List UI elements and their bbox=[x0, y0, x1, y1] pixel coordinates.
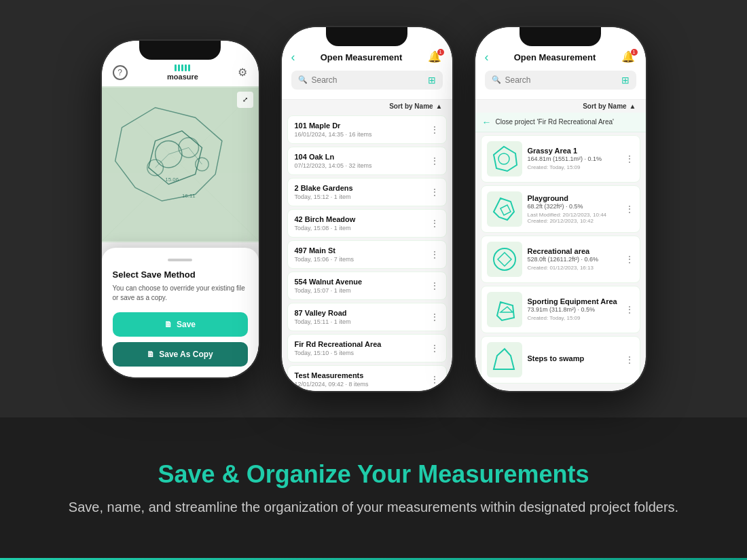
list-item-text: 101 Maple Dr 16/01/2024, 14:35 · 16 item… bbox=[295, 122, 372, 138]
project-item-thumb bbox=[487, 242, 522, 277]
project-item-measurement: 528.0ft (12611.2ft²) · 0.6% bbox=[528, 256, 619, 263]
phone-1: ? moasure ⚙ bbox=[101, 39, 260, 379]
map-svg: 15.06 16.11 bbox=[102, 86, 259, 242]
project-item-dots[interactable]: ⋮ bbox=[625, 204, 634, 214]
item-name: Fir Rd Recreational Area bbox=[295, 340, 382, 348]
phone-3-search-icon: 🔍 bbox=[492, 75, 501, 84]
list-item[interactable]: 42 Birch Meadow Today, 15:08 · 1 item ⋮ bbox=[287, 209, 447, 238]
project-item-date: Created: 01/12/2023, 16:13 bbox=[528, 265, 619, 271]
list-item-text: 87 Valley Road Today, 15:11 · 1 item bbox=[295, 309, 351, 325]
search-input[interactable] bbox=[312, 75, 424, 85]
phone-3-search-input[interactable] bbox=[505, 75, 617, 85]
list-item-text: 2 Blake Gardens Today, 15:12 · 1 item bbox=[295, 184, 353, 200]
expand-button[interactable]: ⤢ bbox=[237, 92, 253, 108]
list-item[interactable]: 2 Blake Gardens Today, 15:12 · 1 item ⋮ bbox=[287, 178, 447, 206]
gear-icon[interactable]: ⚙ bbox=[238, 66, 247, 79]
phone-3-sort-bar[interactable]: Sort by Name ▲ bbox=[475, 100, 646, 113]
project-item-dots[interactable]: ⋮ bbox=[625, 304, 634, 315]
item-dots[interactable]: ⋮ bbox=[430, 249, 439, 260]
item-dots[interactable]: ⋮ bbox=[430, 187, 439, 198]
item-dots[interactable]: ⋮ bbox=[430, 155, 439, 166]
phone-1-notch bbox=[139, 41, 221, 60]
grid-icon[interactable]: ⊞ bbox=[428, 75, 436, 86]
search-bar[interactable]: 🔍 ⊞ bbox=[291, 71, 443, 90]
project-list: Grassy Area 1 164.81m (1551.1m²) · 0.1% … bbox=[475, 132, 646, 391]
notification-badge[interactable]: 🔔 1 bbox=[428, 50, 443, 65]
project-item-thumb bbox=[487, 191, 522, 227]
list-item[interactable]: 104 Oak Ln 07/12/2023, 14:05 · 32 items … bbox=[287, 147, 447, 175]
brand-name: moasure bbox=[167, 73, 198, 81]
project-item-measurement: 73.91m (311.8m²) · 0.5% bbox=[528, 306, 619, 313]
item-name: Test Measurements bbox=[295, 371, 369, 379]
sort-label: Sort by Name bbox=[389, 102, 433, 110]
bottom-title: Save & Organize Your Measurements bbox=[158, 460, 589, 489]
item-dots[interactable]: ⋮ bbox=[430, 280, 439, 291]
project-item-dots[interactable]: ⋮ bbox=[625, 254, 634, 265]
item-dots[interactable]: ⋮ bbox=[430, 312, 439, 322]
item-dots[interactable]: ⋮ bbox=[430, 218, 439, 229]
list-item[interactable]: 87 Valley Road Today, 15:11 · 1 item ⋮ bbox=[287, 303, 447, 331]
item-meta: Today, 15:12 · 1 item bbox=[295, 193, 353, 200]
close-project-bar[interactable]: ← Close project 'Fir Rd Recreational Are… bbox=[475, 113, 646, 132]
list-item[interactable]: 101 Maple Dr 16/01/2024, 14:35 · 16 item… bbox=[287, 115, 447, 144]
item-name: 87 Valley Road bbox=[295, 309, 351, 317]
item-meta: Today, 15:06 · 7 items bbox=[295, 256, 354, 263]
item-name: 497 Main St bbox=[295, 246, 354, 255]
list-item[interactable]: Fir Rd Recreational Area Today, 15:10 · … bbox=[287, 334, 447, 362]
phone-3-back-button[interactable]: ‹ bbox=[485, 50, 489, 64]
project-item-date: Created: Today, 15:09 bbox=[528, 315, 619, 321]
save-dialog: Select Save Method You can choose to ove… bbox=[102, 248, 259, 377]
item-meta: Today, 15:08 · 1 item bbox=[295, 225, 356, 231]
project-item-measurement: 68.2ft (322ft²) · 0.5% bbox=[528, 203, 619, 210]
svg-text:16.11: 16.11 bbox=[181, 193, 195, 199]
item-dots[interactable]: ⋮ bbox=[430, 124, 439, 135]
item-dots[interactable]: ⋮ bbox=[430, 374, 439, 385]
save-copy-label: Save As Copy bbox=[159, 350, 213, 359]
save-doc-icon: 🗎 bbox=[164, 320, 172, 329]
project-item-info: Playground 68.2ft (322ft²) · 0.5% Last M… bbox=[528, 194, 619, 224]
item-name: 101 Maple Dr bbox=[295, 122, 372, 130]
project-item[interactable]: Recreational area 528.0ft (12611.2ft²) ·… bbox=[481, 236, 640, 283]
close-project-label: Close project 'Fir Rd Recreational Area' bbox=[496, 118, 614, 126]
project-item[interactable]: Sporting Equipment Area 73.91m (311.8m²)… bbox=[481, 286, 640, 333]
item-meta: Today, 15:07 · 1 item bbox=[295, 287, 363, 294]
svg-point-10 bbox=[494, 248, 515, 270]
project-item[interactable]: Steps to swamp ⋮ bbox=[481, 336, 640, 384]
save-button[interactable]: 🗎 Save bbox=[113, 312, 248, 337]
project-item[interactable]: Grassy Area 1 164.81m (1551.1m²) · 0.1% … bbox=[481, 135, 640, 183]
back-button[interactable]: ‹ bbox=[291, 50, 295, 64]
project-item-name: Steps to swamp bbox=[528, 354, 619, 362]
item-meta: Today, 15:11 · 1 item bbox=[295, 318, 351, 325]
list-item[interactable]: Test Measurements 12/01/2024, 09:42 · 8 … bbox=[287, 365, 447, 391]
top-section: ? moasure ⚙ bbox=[0, 0, 747, 417]
project-item-thumb bbox=[487, 342, 522, 377]
project-item-name: Recreational area bbox=[528, 247, 619, 255]
project-item[interactable]: Playground 68.2ft (322ft²) · 0.5% Last M… bbox=[481, 185, 640, 233]
phone-3-sort-arrow: ▲ bbox=[630, 102, 636, 110]
map-area: 15.06 16.11 ⤢ bbox=[102, 86, 259, 242]
project-item-date: Created: Today, 15:09 bbox=[528, 164, 619, 170]
save-copy-button[interactable]: 🗎 Save As Copy bbox=[113, 342, 248, 367]
project-item-dots[interactable]: ⋮ bbox=[625, 153, 634, 164]
project-item-info: Steps to swamp bbox=[528, 354, 619, 365]
phone-3-search-bar[interactable]: 🔍 ⊞ bbox=[485, 71, 636, 90]
list-item[interactable]: 554 Walnut Avenue Today, 15:07 · 1 item … bbox=[287, 272, 447, 300]
item-name: 2 Blake Gardens bbox=[295, 184, 353, 192]
phone-2-notch bbox=[326, 27, 407, 46]
close-project-arrow: ← bbox=[482, 117, 492, 128]
sort-bar[interactable]: Sort by Name ▲ bbox=[282, 100, 452, 113]
project-item-dots[interactable]: ⋮ bbox=[625, 354, 634, 365]
item-name: 104 Oak Ln bbox=[295, 153, 372, 161]
sort-arrow: ▲ bbox=[436, 102, 443, 110]
list-item[interactable]: 497 Main St Today, 15:06 · 7 items ⋮ bbox=[287, 240, 447, 269]
project-item-name: Sporting Equipment Area bbox=[528, 297, 619, 305]
phone-3-notification-badge[interactable]: 🔔 1 bbox=[621, 50, 636, 65]
list-item-text: 42 Birch Meadow Today, 15:08 · 1 item bbox=[295, 215, 356, 231]
phone-3-grid-icon[interactable]: ⊞ bbox=[621, 75, 630, 86]
item-dots[interactable]: ⋮ bbox=[430, 343, 439, 354]
list-item-text: 497 Main St Today, 15:06 · 7 items bbox=[295, 246, 354, 263]
project-item-date: Last Modified: 20/12/2023, 10:44 Created… bbox=[528, 212, 619, 224]
help-icon[interactable]: ? bbox=[113, 65, 128, 80]
item-meta: 16/01/2024, 14:35 · 16 items bbox=[295, 131, 372, 138]
brand: moasure bbox=[167, 64, 198, 81]
